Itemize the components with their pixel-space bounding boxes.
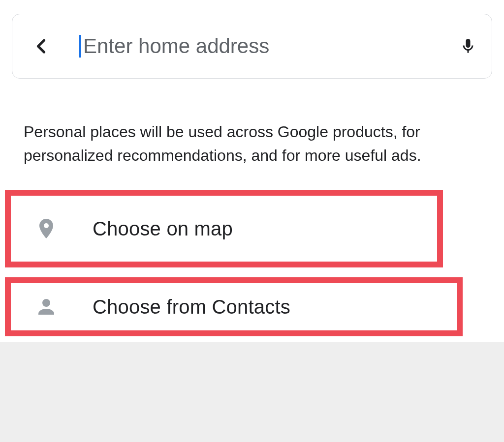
person-icon [32, 293, 60, 321]
choose-from-contacts-label: Choose from Contacts [93, 296, 290, 318]
search-bar [12, 14, 492, 79]
search-input-wrap [79, 34, 456, 58]
text-cursor [79, 35, 81, 58]
address-input[interactable] [79, 34, 456, 58]
keyboard-area [0, 342, 504, 442]
options-list: Choose on map Choose from Contacts [0, 190, 504, 336]
choose-on-map-label: Choose on map [93, 218, 233, 240]
microphone-icon[interactable] [456, 34, 480, 58]
info-text: Personal places will be used across Goog… [24, 120, 480, 167]
svg-point-0 [42, 299, 50, 307]
choose-from-contacts-option[interactable]: Choose from Contacts [5, 277, 463, 336]
back-icon[interactable] [32, 36, 52, 56]
choose-on-map-option[interactable]: Choose on map [5, 190, 443, 267]
map-pin-icon [32, 215, 60, 242]
